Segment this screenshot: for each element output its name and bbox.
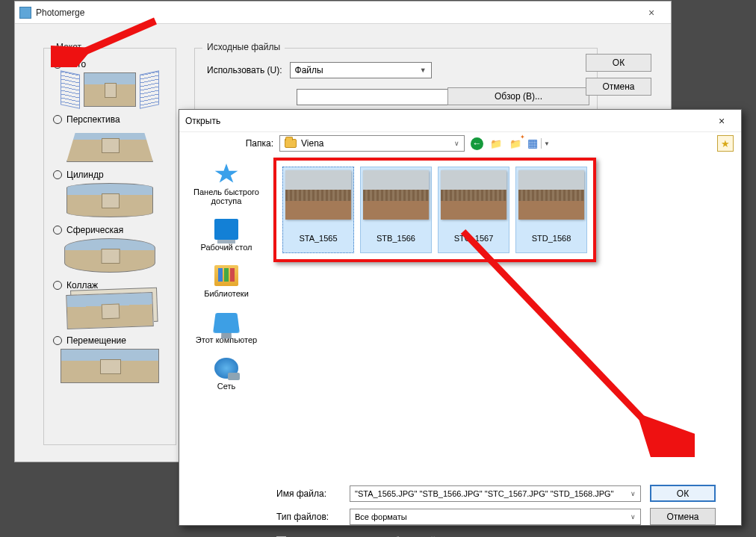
close-icon[interactable]: ×	[708, 115, 735, 127]
open-body: Панель быстрого доступа Рабочий стол Биб…	[179, 155, 741, 480]
thumbnail-row: STA_1565 STB_1566 STC_1567 STD_1568	[278, 159, 737, 261]
layout-auto-label: Авто	[66, 59, 86, 69]
network-icon	[214, 358, 238, 379]
view-mode-icon[interactable]: ▦▼	[528, 137, 549, 150]
filename-value: "STA_1565.JPG" "STB_1566.JPG" "STC_1567.…	[355, 489, 614, 498]
filename-label: Имя файла:	[276, 488, 341, 499]
radio-icon	[53, 60, 62, 69]
thumb-label: STB_1566	[377, 227, 415, 249]
folder-value: Viena	[301, 138, 323, 149]
file-thumb[interactable]: STC_1567	[438, 167, 509, 253]
star-icon	[214, 164, 238, 184]
filetype-label: Тип файлов:	[276, 512, 341, 522]
photomerge-side-buttons: ОК Отмена	[586, 54, 651, 96]
close-icon[interactable]: ×	[636, 7, 666, 19]
open-title: Открыть	[185, 116, 708, 126]
radio-icon	[53, 226, 62, 235]
back-icon[interactable]: ←	[471, 137, 483, 150]
open-bottom: Имя файла: "STA_1565.JPG" "STB_1566.JPG"…	[179, 480, 741, 537]
sidebar-desktop[interactable]: Рабочий стол	[200, 219, 252, 252]
radio-icon	[53, 281, 62, 290]
folder-label: Папка:	[239, 138, 273, 149]
layout-collage-option[interactable]: Коллаж	[53, 280, 167, 291]
thumbnail-image	[518, 170, 584, 220]
source-legend: Исходные файлы	[202, 42, 285, 52]
layout-auto-preview	[58, 72, 162, 107]
filetype-select[interactable]: Все форматы ∨	[350, 509, 641, 525]
cancel-button[interactable]: Отмена	[586, 78, 651, 96]
radio-icon	[53, 115, 62, 124]
layout-reposition-option[interactable]: Перемещение	[53, 335, 167, 346]
sidebar-label: Панель быстрого доступа	[179, 187, 273, 205]
use-select[interactable]: Файлы ▼	[290, 62, 432, 78]
layout-spherical-label: Сферическая	[66, 225, 123, 235]
sidebar-network[interactable]: Сеть	[214, 358, 238, 391]
layout-collage-label: Коллаж	[66, 280, 98, 291]
up-folder-icon[interactable]: 📁	[489, 137, 503, 150]
layout-fieldset: Макет Авто Перспектива Цилиндр Сферическ…	[43, 48, 176, 445]
thumb-label: STC_1567	[454, 227, 494, 249]
browse-button[interactable]: Обзор (B)...	[447, 87, 589, 105]
desktop-icon	[214, 219, 238, 240]
open-sidebar: Панель быстрого доступа Рабочий стол Биб…	[179, 155, 273, 480]
sidebar-label: Сеть	[217, 382, 235, 391]
toolbar-icons: ← 📁 📁 ▦▼	[471, 137, 549, 150]
library-icon	[214, 265, 238, 286]
sidebar-label: Рабочий стол	[200, 243, 252, 252]
layout-cylinder-label: Цилиндр	[66, 170, 104, 180]
browse-label: Обзор (B)...	[495, 91, 542, 102]
file-thumb[interactable]: STA_1565	[282, 167, 354, 253]
new-folder-icon[interactable]: 📁	[509, 137, 522, 150]
thumb-label: STD_1568	[532, 227, 571, 249]
computer-icon	[213, 313, 240, 333]
filetype-value: Все форматы	[355, 512, 407, 521]
folder-icon	[285, 139, 297, 148]
radio-icon	[53, 336, 62, 345]
layout-cylinder-preview	[66, 183, 153, 217]
thumbnail-image	[441, 170, 506, 220]
use-label: Использовать (U):	[207, 65, 282, 75]
layout-auto-option[interactable]: Авто	[53, 59, 167, 69]
open-titlebar: Открыть ×	[179, 110, 741, 132]
chevron-down-icon: ▼	[420, 66, 427, 74]
favorite-icon[interactable]: ★	[717, 135, 734, 152]
layout-spherical-preview	[64, 238, 155, 273]
layout-cylinder-option[interactable]: Цилиндр	[53, 170, 167, 180]
chevron-down-icon: ∨	[630, 490, 636, 497]
file-pane[interactable]: STA_1565 STB_1566 STC_1567 STD_1568	[273, 155, 741, 480]
sidebar-label: Библиотеки	[204, 289, 249, 298]
layout-perspective-label: Перспектива	[66, 114, 120, 125]
ok-button[interactable]: ОК	[586, 54, 651, 72]
cancel-button[interactable]: Отмена	[650, 508, 716, 525]
layout-reposition-preview	[61, 349, 159, 383]
source-listbox[interactable]	[297, 89, 458, 105]
ok-button[interactable]: ОК	[650, 485, 716, 502]
layout-perspective-option[interactable]: Перспектива	[53, 114, 167, 125]
thumbnail-image	[363, 170, 429, 220]
layout-reposition-label: Перемещение	[66, 335, 126, 346]
source-fieldset: Исходные файлы Использовать (U): Файлы ▼…	[194, 48, 598, 115]
file-thumb[interactable]: STB_1566	[360, 167, 432, 253]
thumbnail-image	[285, 170, 351, 220]
folder-select[interactable]: Viena ∨	[279, 135, 465, 152]
app-icon	[19, 7, 31, 19]
chevron-down-icon: ∨	[630, 513, 636, 521]
sidebar-libraries[interactable]: Библиотеки	[204, 265, 249, 298]
sidebar-thispc[interactable]: Этот компьютер	[196, 311, 257, 344]
sidebar-quickaccess[interactable]: Панель быстрого доступа	[179, 164, 273, 205]
open-dialog: Открыть × Папка: Viena ∨ ← 📁 📁 ▦▼ ★ Пане…	[179, 109, 742, 526]
layout-spherical-option[interactable]: Сферическая	[53, 225, 167, 235]
chevron-down-icon: ∨	[454, 140, 459, 147]
layout-legend: Макет	[52, 42, 86, 52]
photomerge-title: Photomerge	[36, 7, 636, 18]
use-row: Использовать (U): Файлы ▼	[207, 62, 588, 78]
photomerge-titlebar: Photomerge ×	[15, 1, 671, 24]
thumb-label: STA_1565	[299, 227, 337, 249]
use-value: Файлы	[295, 65, 323, 75]
radio-icon	[53, 170, 62, 179]
file-thumb[interactable]: STD_1568	[515, 167, 587, 253]
layout-perspective-preview	[66, 128, 153, 162]
open-toolbar: Папка: Viena ∨ ← 📁 📁 ▦▼ ★	[179, 132, 741, 155]
layout-collage-preview	[66, 292, 154, 329]
filename-input[interactable]: "STA_1565.JPG" "STB_1566.JPG" "STC_1567.…	[350, 485, 641, 502]
